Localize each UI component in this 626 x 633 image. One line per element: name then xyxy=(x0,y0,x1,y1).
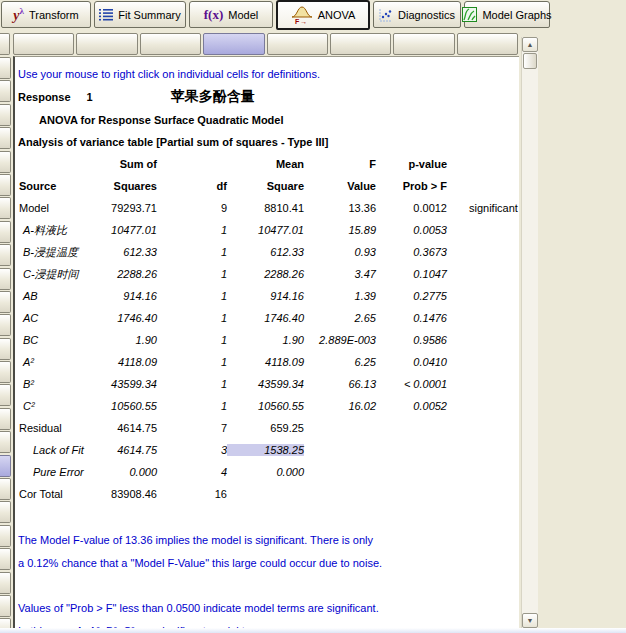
bookmark-button[interactable] xyxy=(140,33,201,55)
f-value-cell[interactable]: 2.889E-003 xyxy=(304,334,376,346)
node-button[interactable] xyxy=(0,197,11,219)
tab-model[interactable]: f(x) Model xyxy=(189,1,273,28)
df-cell[interactable]: 1 xyxy=(157,290,227,302)
node-button[interactable] xyxy=(0,431,11,453)
p-value-cell[interactable]: 0.9586 xyxy=(376,334,447,346)
source-cell[interactable]: B-浸提温度 xyxy=(18,245,90,260)
bookmark-button[interactable] xyxy=(330,33,391,55)
df-cell[interactable]: 1 xyxy=(157,268,227,280)
bookmark-button[interactable] xyxy=(267,33,328,55)
source-cell[interactable]: AC xyxy=(18,312,90,324)
node-button[interactable] xyxy=(0,314,11,336)
p-value-cell[interactable]: 0.0012 xyxy=(376,202,447,214)
table-row[interactable]: C²10560.55110560.5516.020.0052 xyxy=(18,395,519,417)
bookmark-button[interactable] xyxy=(393,33,454,55)
f-value-cell[interactable]: 13.36 xyxy=(304,202,376,214)
sum-of-squares-cell[interactable]: 10560.55 xyxy=(90,400,157,412)
df-cell[interactable]: 3 xyxy=(157,444,227,456)
sum-of-squares-cell[interactable]: 83908.46 xyxy=(90,488,157,500)
node-button[interactable] xyxy=(0,151,11,173)
table-row[interactable]: AB914.161914.161.390.2775 xyxy=(18,285,519,307)
sum-of-squares-cell[interactable]: 79293.71 xyxy=(90,202,157,214)
df-cell[interactable]: 4 xyxy=(157,466,227,478)
df-cell[interactable]: 1 xyxy=(157,312,227,324)
mean-square-cell[interactable]: 2288.26 xyxy=(227,268,304,280)
source-cell[interactable]: A² xyxy=(18,356,90,368)
sum-of-squares-cell[interactable]: 1.90 xyxy=(90,334,157,346)
tab-diagnostics[interactable]: Diagnostics xyxy=(373,1,461,28)
df-cell[interactable]: 1 xyxy=(157,356,227,368)
sum-of-squares-cell[interactable]: 10477.01 xyxy=(90,224,157,236)
node-button-selected[interactable] xyxy=(0,455,11,477)
df-cell[interactable]: 1 xyxy=(157,378,227,390)
scrollbar-thumb[interactable] xyxy=(523,53,537,69)
mean-square-cell[interactable]: 1746.40 xyxy=(227,312,304,324)
table-row[interactable]: A²4118.0914118.096.250.0410 xyxy=(18,351,519,373)
f-value-cell[interactable]: 66.13 xyxy=(304,378,376,390)
node-button[interactable] xyxy=(0,174,11,196)
f-value-cell[interactable]: 0.93 xyxy=(304,246,376,258)
node-button[interactable] xyxy=(0,572,11,594)
node-button[interactable] xyxy=(0,338,11,360)
sum-of-squares-cell[interactable]: 4614.75 xyxy=(90,422,157,434)
mean-square-cell[interactable]: 8810.41 xyxy=(227,202,304,214)
node-button[interactable] xyxy=(0,80,11,102)
mean-square-cell[interactable]: 659.25 xyxy=(227,422,304,434)
p-value-cell[interactable]: 0.0052 xyxy=(376,400,447,412)
df-cell[interactable]: 1 xyxy=(157,400,227,412)
mean-square-cell[interactable]: 1.90 xyxy=(227,334,304,346)
vertical-scrollbar[interactable]: ▲ ▼ xyxy=(521,37,538,628)
source-cell[interactable]: AB xyxy=(18,290,90,302)
source-cell[interactable]: Model xyxy=(18,202,90,214)
node-button[interactable] xyxy=(0,408,11,430)
f-value-cell[interactable]: 2.65 xyxy=(304,312,376,324)
df-cell[interactable]: 7 xyxy=(157,422,227,434)
table-row[interactable]: B²43599.34143599.3466.13< 0.0001 xyxy=(18,373,519,395)
mean-square-cell[interactable]: 612.33 xyxy=(227,246,304,258)
source-cell[interactable]: B² xyxy=(18,378,90,390)
node-button[interactable] xyxy=(0,291,11,313)
bookmark-button[interactable] xyxy=(13,33,74,55)
node-button[interactable] xyxy=(0,57,11,79)
source-cell[interactable]: A-料液比 xyxy=(18,223,90,238)
note-cell[interactable]: significant xyxy=(459,202,519,214)
node-button[interactable] xyxy=(0,548,11,570)
tab-anova[interactable]: F→ ANOVA xyxy=(276,0,370,30)
bookmark-button[interactable] xyxy=(76,33,137,55)
p-value-cell[interactable]: 0.1476 xyxy=(376,312,447,324)
sum-of-squares-cell[interactable]: 612.33 xyxy=(90,246,157,258)
sum-of-squares-cell[interactable]: 0.000 xyxy=(90,466,157,478)
table-row[interactable]: Cor Total83908.4616 xyxy=(18,483,519,505)
df-cell[interactable]: 1 xyxy=(157,334,227,346)
mean-square-cell[interactable]: 0.000 xyxy=(227,466,304,478)
p-value-cell[interactable]: 0.3673 xyxy=(376,246,447,258)
table-row[interactable]: B-浸提温度612.331612.330.930.3673 xyxy=(18,241,519,263)
node-button[interactable] xyxy=(0,478,11,500)
p-value-cell[interactable]: < 0.0001 xyxy=(376,378,447,390)
bookmark-button-selected[interactable] xyxy=(203,33,264,55)
mean-square-cell[interactable]: 10477.01 xyxy=(227,224,304,236)
p-value-cell[interactable]: 0.0053 xyxy=(376,224,447,236)
f-value-cell[interactable]: 6.25 xyxy=(304,356,376,368)
source-cell[interactable]: Cor Total xyxy=(18,488,90,500)
mean-square-cell[interactable]: 4118.09 xyxy=(227,356,304,368)
sum-of-squares-cell[interactable]: 4614.75 xyxy=(90,444,157,456)
table-row[interactable]: A-料液比10477.01110477.0115.890.0053 xyxy=(18,219,519,241)
source-cell[interactable]: Residual xyxy=(18,422,90,434)
tab-model-graphs[interactable]: Model Graphs xyxy=(464,1,550,28)
df-cell[interactable]: 16 xyxy=(157,488,227,500)
df-cell[interactable]: 9 xyxy=(157,202,227,214)
node-button[interactable] xyxy=(0,525,11,547)
mean-square-cell-highlighted[interactable]: 1538.25 xyxy=(227,444,304,456)
source-cell[interactable]: C-浸提时间 xyxy=(18,267,90,282)
p-value-cell[interactable]: 0.1047 xyxy=(376,268,447,280)
table-row[interactable]: Model79293.7198810.4113.360.0012signific… xyxy=(18,197,519,219)
p-value-cell[interactable]: 0.0410 xyxy=(376,356,447,368)
source-cell[interactable]: BC xyxy=(18,334,90,346)
f-value-cell[interactable]: 15.89 xyxy=(304,224,376,236)
sum-of-squares-cell[interactable]: 914.16 xyxy=(90,290,157,302)
node-button[interactable] xyxy=(0,501,11,523)
source-cell[interactable]: Pure Error xyxy=(18,466,90,478)
table-row[interactable]: Pure Error0.00040.000 xyxy=(18,461,519,483)
sum-of-squares-cell[interactable]: 43599.34 xyxy=(90,378,157,390)
